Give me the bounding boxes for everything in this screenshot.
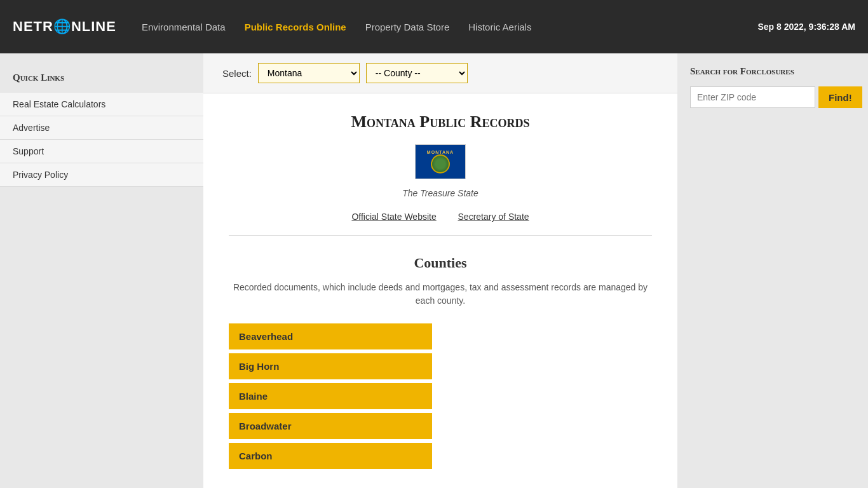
nav-historic-aerials[interactable]: Historic Aerials	[468, 22, 531, 32]
zip-input[interactable]	[690, 86, 815, 108]
sidebar-advertise[interactable]: Advertise	[0, 116, 203, 140]
nav-property-data[interactable]: Property Data Store	[365, 22, 450, 32]
county-list: Beaverhead Big Horn Blaine Broadwater Ca…	[229, 323, 432, 469]
state-nickname: The Treasure State	[229, 188, 652, 198]
state-select[interactable]: Montana Alabama Alaska	[258, 63, 360, 83]
official-website-link[interactable]: Official State Website	[351, 212, 436, 222]
quick-links-title: Quick Links	[0, 66, 203, 93]
county-blaine[interactable]: Blaine	[229, 383, 432, 409]
state-flag: MONTANA	[415, 144, 466, 179]
main-nav: Environmental Data Public Records Online…	[142, 22, 758, 32]
nav-environmental-data[interactable]: Environmental Data	[142, 22, 226, 32]
flag-background: MONTANA	[416, 145, 465, 179]
secretary-of-state-link[interactable]: Secretary of State	[458, 212, 529, 222]
foreclosure-title: Search for Forclosures	[690, 66, 855, 77]
sidebar-support[interactable]: Support	[0, 140, 203, 163]
county-carbon[interactable]: Carbon	[229, 443, 432, 469]
right-sidebar: Search for Forclosures Find!	[677, 53, 868, 488]
main-layout: Quick Links Real Estate Calculators Adve…	[0, 53, 868, 488]
header-datetime: Sep 8 2022, 9:36:28 AM	[757, 22, 855, 32]
sidebar-privacy-policy[interactable]: Privacy Policy	[0, 163, 203, 187]
page-content: Montana Public Records MONTANA The Treas…	[203, 93, 677, 488]
main-header: NETR🌐NLINE Environmental Data Public Rec…	[0, 0, 868, 53]
select-bar: Select: Montana Alabama Alaska -- County…	[203, 53, 677, 93]
county-broadwater[interactable]: Broadwater	[229, 413, 432, 439]
county-big-horn[interactable]: Big Horn	[229, 353, 432, 379]
flag-seal	[431, 154, 450, 173]
nav-public-records[interactable]: Public Records Online	[245, 22, 346, 32]
select-label: Select:	[222, 68, 252, 79]
counties-description: Recorded documents, which include deeds …	[229, 281, 652, 308]
counties-title: Counties	[229, 255, 652, 271]
find-button[interactable]: Find!	[818, 86, 862, 108]
globe-icon: 🌐	[53, 18, 71, 35]
page-title: Montana Public Records	[229, 112, 652, 132]
main-content: Select: Montana Alabama Alaska -- County…	[203, 53, 677, 488]
zip-search-row: Find!	[690, 86, 855, 108]
flag-state-name: MONTANA	[427, 150, 454, 154]
site-logo: NETR🌐NLINE	[13, 18, 116, 35]
sidebar-real-estate[interactable]: Real Estate Calculators	[0, 93, 203, 116]
state-links: Official State Website Secretary of Stat…	[229, 211, 652, 236]
left-sidebar: Quick Links Real Estate Calculators Adve…	[0, 53, 203, 488]
county-select[interactable]: -- County -- Beaverhead Big Horn Blaine …	[366, 63, 468, 83]
county-beaverhead[interactable]: Beaverhead	[229, 323, 432, 349]
flag-container: MONTANA	[229, 144, 652, 182]
